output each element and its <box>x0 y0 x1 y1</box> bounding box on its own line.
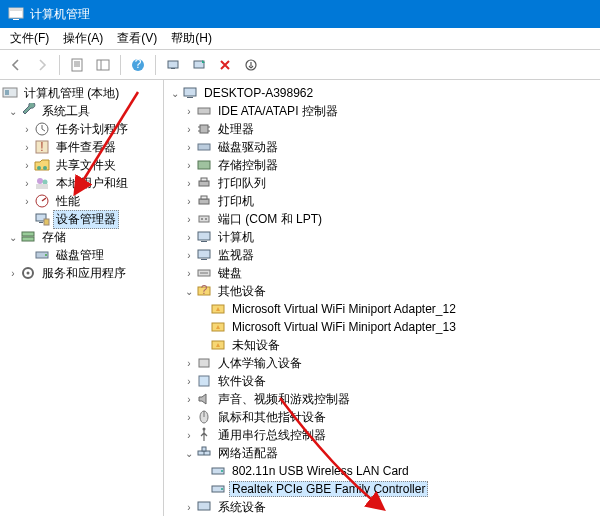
wrench-icon <box>20 103 36 119</box>
menu-action[interactable]: 操作(A) <box>57 28 109 49</box>
help-button[interactable]: ? <box>126 53 150 77</box>
svg-point-74 <box>221 488 223 490</box>
expand-icon[interactable]: › <box>182 358 196 369</box>
device-category[interactable]: ›端口 (COM 和 LPT) <box>164 210 600 228</box>
device-item-realtek[interactable]: Realtek PCIe GBE Family Controller <box>164 480 600 498</box>
left-scheduler[interactable]: › 任务计划程序 <box>0 120 163 138</box>
menu-help[interactable]: 帮助(H) <box>165 28 218 49</box>
device-category[interactable]: ›打印队列 <box>164 174 600 192</box>
expand-icon[interactable]: › <box>182 124 196 135</box>
device-label: 通用串行总线控制器 <box>215 426 329 445</box>
left-storage[interactable]: ⌄ 存储 <box>0 228 163 246</box>
device-category[interactable]: ›磁盘驱动器 <box>164 138 600 156</box>
expand-icon[interactable]: › <box>182 412 196 423</box>
expand-icon[interactable]: › <box>182 106 196 117</box>
expand-icon[interactable]: › <box>182 142 196 153</box>
device-item[interactable]: Microsoft Virtual WiFi Miniport Adapter_… <box>164 300 600 318</box>
properties-button[interactable] <box>65 53 89 77</box>
device-category-network[interactable]: ⌄网络适配器 <box>164 444 600 462</box>
expand-icon[interactable]: › <box>182 178 196 189</box>
svg-rect-47 <box>199 199 209 204</box>
computer-icon <box>182 85 198 101</box>
device-category[interactable]: ›鼠标和其他指针设备 <box>164 408 600 426</box>
device-category[interactable]: ›处理器 <box>164 120 600 138</box>
left-diskmgmt[interactable]: 磁盘管理 <box>0 246 163 264</box>
left-systools[interactable]: ⌄ 系统工具 <box>0 102 163 120</box>
left-services[interactable]: › 服务和应用程序 <box>0 264 163 282</box>
collapse-icon[interactable]: ⌄ <box>6 106 20 117</box>
device-category[interactable]: ›打印机 <box>164 192 600 210</box>
perf-icon <box>34 193 50 209</box>
expand-icon[interactable]: › <box>20 142 34 153</box>
collapse-icon[interactable]: ⌄ <box>182 448 196 459</box>
device-item[interactable]: 未知设备 <box>164 336 600 354</box>
expand-icon[interactable]: › <box>20 124 34 135</box>
expand-icon[interactable]: › <box>182 160 196 171</box>
menu-file[interactable]: 文件(F) <box>4 28 55 49</box>
left-localusers[interactable]: › 本地用户和组 <box>0 174 163 192</box>
scan-button[interactable] <box>161 53 185 77</box>
back-button[interactable] <box>4 53 28 77</box>
device-category[interactable]: ›计算机 <box>164 228 600 246</box>
svg-point-32 <box>45 254 47 256</box>
device-category[interactable]: ›存储控制器 <box>164 156 600 174</box>
expand-icon[interactable]: › <box>182 250 196 261</box>
cpu-icon <box>196 121 212 137</box>
expand-icon[interactable]: › <box>182 214 196 225</box>
warning-device-icon <box>210 319 226 335</box>
device-category[interactable]: ›软件设备 <box>164 372 600 390</box>
warning-device-icon <box>210 337 226 353</box>
svg-rect-2 <box>13 19 19 20</box>
monitor-icon <box>196 247 212 263</box>
uninstall-button[interactable] <box>239 53 263 77</box>
svg-rect-3 <box>72 59 82 71</box>
device-tree: ⌄ DESKTOP-A398962 ›IDE ATA/ATAPI 控制器 ›处理… <box>164 80 600 516</box>
device-category[interactable]: ›人体学输入设备 <box>164 354 600 372</box>
expand-icon[interactable]: › <box>20 160 34 171</box>
device-category-other[interactable]: ⌄?其他设备 <box>164 282 600 300</box>
collapse-icon[interactable]: ⌄ <box>168 88 182 99</box>
menu-view[interactable]: 查看(V) <box>111 28 163 49</box>
expand-icon[interactable]: › <box>20 178 34 189</box>
left-eventviewer[interactable]: › ! 事件查看器 <box>0 138 163 156</box>
printer-icon <box>196 193 212 209</box>
device-category[interactable]: ›IDE ATA/ATAPI 控制器 <box>164 102 600 120</box>
svg-rect-30 <box>22 237 34 241</box>
device-category[interactable]: ›监视器 <box>164 246 600 264</box>
expand-icon[interactable]: › <box>182 232 196 243</box>
expand-icon[interactable]: › <box>182 502 196 513</box>
left-shared[interactable]: › 共享文件夹 <box>0 156 163 174</box>
svg-rect-28 <box>44 219 49 225</box>
svg-rect-54 <box>198 250 210 258</box>
collapse-icon[interactable]: ⌄ <box>182 286 196 297</box>
ports-icon <box>196 211 212 227</box>
device-category[interactable]: ›键盘 <box>164 264 600 282</box>
device-root[interactable]: ⌄ DESKTOP-A398962 <box>164 84 600 102</box>
device-category[interactable]: ›系统设备 <box>164 498 600 516</box>
left-devmgr[interactable]: 设备管理器 <box>0 210 163 228</box>
software-icon <box>196 373 212 389</box>
expand-icon[interactable]: › <box>6 268 20 279</box>
expand-icon[interactable]: › <box>182 394 196 405</box>
device-label: 存储控制器 <box>215 156 281 175</box>
svg-rect-48 <box>201 196 207 199</box>
device-category[interactable]: ›通用串行总线控制器 <box>164 426 600 444</box>
device-label: 打印队列 <box>215 174 269 193</box>
forward-button[interactable] <box>30 53 54 77</box>
left-perf[interactable]: › 性能 <box>0 192 163 210</box>
show-hide-button[interactable] <box>91 53 115 77</box>
toolbar-separator <box>155 55 156 75</box>
left-root[interactable]: 计算机管理 (本地) <box>0 84 163 102</box>
expand-icon[interactable]: › <box>182 430 196 441</box>
device-item-wlan[interactable]: 802.11n USB Wireless LAN Card <box>164 462 600 480</box>
expand-icon[interactable]: › <box>182 268 196 279</box>
expand-icon[interactable]: › <box>20 196 34 207</box>
update-driver-button[interactable] <box>187 53 211 77</box>
collapse-icon[interactable]: ⌄ <box>6 232 20 243</box>
disable-button[interactable] <box>213 53 237 77</box>
expand-icon[interactable]: › <box>182 376 196 387</box>
device-item[interactable]: Microsoft Virtual WiFi Miniport Adapter_… <box>164 318 600 336</box>
device-category[interactable]: ›声音、视频和游戏控制器 <box>164 390 600 408</box>
svg-rect-53 <box>201 241 207 242</box>
expand-icon[interactable]: › <box>182 196 196 207</box>
